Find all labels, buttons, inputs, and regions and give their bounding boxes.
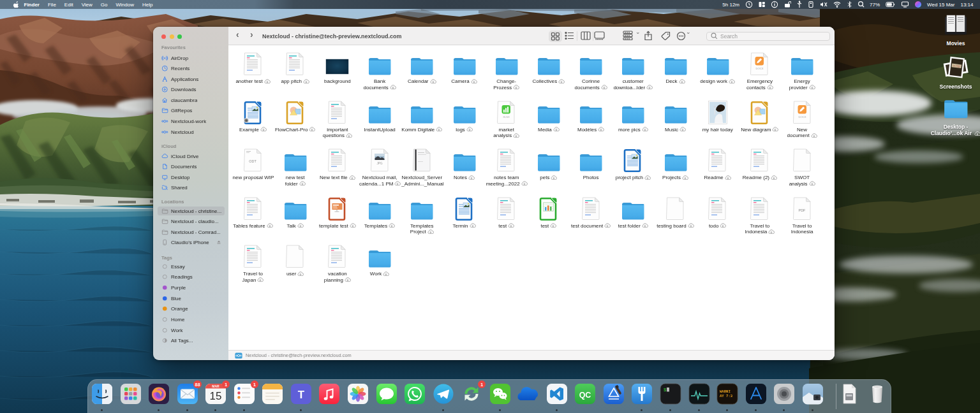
svg-text:MAR: MAR: [212, 384, 219, 388]
svg-text:DOCX: DOCX: [798, 115, 806, 118]
svg-text:WARNI: WARNI: [720, 389, 731, 394]
svg-text:JPG: JPG: [376, 162, 382, 165]
svg-text:DOCX: DOCX: [756, 67, 764, 70]
svg-text:T: T: [298, 389, 305, 401]
svg-text:15: 15: [210, 390, 222, 402]
svg-text:QC: QC: [579, 391, 591, 400]
svg-text:AY 7:3: AY 7:3: [720, 394, 733, 398]
svg-text:PDF: PDF: [798, 208, 805, 212]
svg-text:XLSX: XLSX: [503, 115, 510, 118]
svg-text:ODT: ODT: [249, 159, 256, 163]
svg-text:$: $: [664, 388, 666, 393]
